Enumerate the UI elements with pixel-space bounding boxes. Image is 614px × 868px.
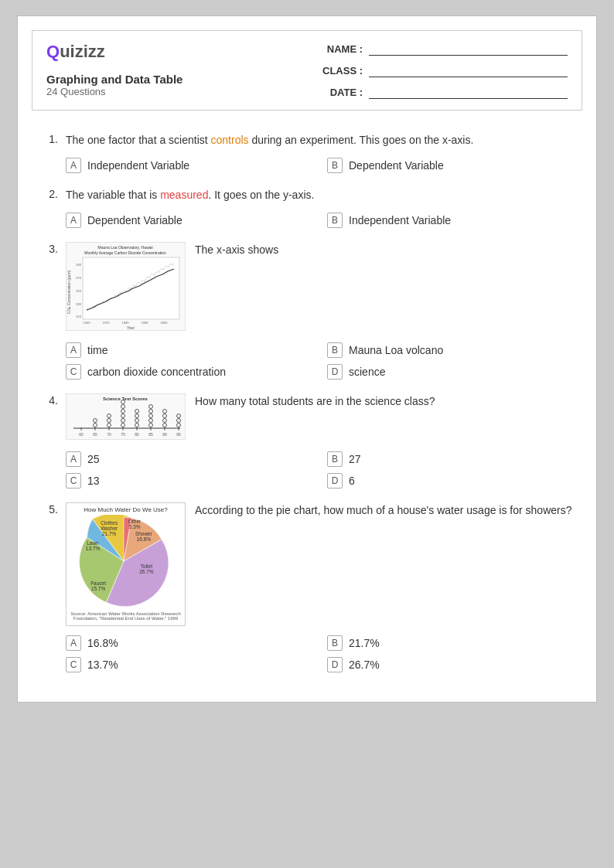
date-line [369,85,568,99]
q5-option-a-box: A [66,635,81,651]
question-2-row: 2. The variable that is measured. It goe… [41,187,573,203]
q3-option-d-label: science [349,366,385,378]
svg-text:60: 60 [79,432,84,437]
q3-option-c-box: C [66,364,81,380]
svg-text:21.7%: 21.7% [102,531,117,536]
q5-option-c[interactable]: C 13.7% [66,657,312,672]
q5-option-b-box: B [327,635,343,651]
svg-text:CO₂ Concentration (ppm): CO₂ Concentration (ppm) [67,270,71,314]
q5-option-c-box: C [66,657,81,672]
questions-section: 1. The one factor that a scientist contr… [18,124,596,702]
svg-text:75: 75 [121,432,125,437]
q1-option-a[interactable]: A Independent Variable [66,158,312,173]
q2-options: A Dependent Variable B Independent Varia… [66,213,573,228]
svg-text:85: 85 [148,432,153,437]
q5-option-a-label: 16.8% [87,637,118,649]
q4-option-d-label: 6 [349,475,355,487]
q2-option-a-box: A [66,213,81,228]
svg-text:15.7%: 15.7% [91,586,106,591]
q4-number: 4. [41,393,58,407]
pie-title: How Much Water Do We Use? [70,506,182,513]
q3-with-image: Mauna Loa Observatory, Hawaii Monthly Av… [66,242,573,333]
svg-text:Clothes: Clothes [101,520,118,526]
q3-option-a[interactable]: A time [66,342,312,358]
question-3-row: 3. Mauna Loa Observatory, Hawaii Monthly… [41,242,573,333]
q2-option-a[interactable]: A Dependent Variable [66,213,312,228]
q4-option-b[interactable]: B 27 [327,451,573,467]
q2-option-b[interactable]: B Independent Variable [327,213,573,228]
svg-text:90: 90 [162,432,167,437]
q4-image: Science Test Scores 60 65 70 75 [66,393,186,442]
svg-text:Lawn: Lawn [87,540,99,546]
question-2: 2. The variable that is measured. It goe… [41,187,573,228]
class-line [369,63,568,77]
svg-text:2000: 2000 [161,321,169,325]
q3-option-c-label: carbon dioxide concentration [87,366,226,378]
q3-option-d[interactable]: D science [327,364,573,380]
q4-option-c-label: 13 [87,475,100,487]
q3-option-a-label: time [87,344,107,356]
q5-option-d[interactable]: D 26.7% [327,657,573,672]
worksheet-title: Graphing and Data Table [46,73,182,86]
q2-option-b-label: Independent Variable [349,214,451,226]
name-label: NAME : [320,43,363,55]
q5-text: According to the pie chart, how much of … [195,502,573,519]
header-left: Quizizz Graphing and Data Table 24 Quest… [46,42,182,97]
svg-text:1960: 1960 [84,321,91,325]
svg-text:Year: Year [127,325,135,330]
q5-option-a[interactable]: A 16.8% [66,635,312,651]
q4-option-a[interactable]: A 25 [66,451,312,467]
svg-text:65: 65 [93,432,97,437]
svg-text:1980: 1980 [122,321,130,325]
q4-option-c[interactable]: C 13 [66,473,312,488]
q2-highlight: measured [160,189,208,201]
q5-option-b[interactable]: B 21.7% [327,635,573,651]
question-5-row: 5. How Much Water Do We Use? [41,502,573,626]
svg-text:Monthly Average Carbon Dioxide: Monthly Average Carbon Dioxide Concentra… [84,250,166,255]
q3-option-b-box: B [327,342,343,358]
svg-text:Faucet: Faucet [90,580,106,586]
q5-number: 5. [41,502,58,516]
q5-option-b-label: 21.7% [349,637,380,649]
q2-text: The variable that is measured. It goes o… [66,187,573,203]
svg-text:16.8%: 16.8% [137,536,152,542]
q1-text: The one factor that a scientist controls… [66,132,573,148]
svg-text:26.7%: 26.7% [139,569,154,574]
question-1-row: 1. The one factor that a scientist contr… [41,132,573,148]
pie-caption: Source: American Water Works Association… [70,611,182,621]
date-field-row: DATE : [320,85,568,99]
svg-text:5.3%: 5.3% [129,524,141,529]
q4-options: A 25 B 27 C 13 D 6 [66,451,573,488]
q4-option-d-box: D [327,473,343,488]
q4-option-d[interactable]: D 6 [327,473,573,488]
svg-text:350: 350 [76,289,81,293]
svg-text:1990: 1990 [142,321,149,325]
q3-image: Mauna Loa Observatory, Hawaii Monthly Av… [66,242,186,333]
q5-option-c-label: 13.7% [87,659,118,671]
q4-option-a-box: A [66,451,81,467]
q3-text: The x-axis shows [195,242,573,258]
q1-option-b[interactable]: B Dependent Variable [327,158,573,173]
q5-with-image: How Much Water Do We Use? [66,502,573,626]
logo-q: Q [46,42,60,61]
q1-highlight: controls [211,134,249,146]
name-field-row: NAME : [320,42,568,56]
q1-option-a-box: A [66,158,81,173]
q3-option-b[interactable]: B Mauna Loa volcano [327,342,573,358]
q4-option-b-label: 27 [349,453,361,465]
q3-number: 3. [41,242,58,255]
q1-option-b-label: Dependent Variable [349,159,444,172]
class-label: CLASS : [320,65,363,77]
q3-options: A time B Mauna Loa volcano C carbon diox… [66,342,573,380]
svg-text:390: 390 [76,263,81,267]
q2-option-a-label: Dependent Variable [87,214,182,226]
svg-text:1970: 1970 [103,321,111,325]
question-4-row: 4. Science Test Scores 60 [41,393,573,442]
dotplot-svg: Science Test Scores 60 65 70 75 [66,393,186,440]
worksheet-sub: 24 Questions [46,86,182,97]
svg-text:Toilet: Toilet [141,563,152,569]
q3-option-c[interactable]: C carbon dioxide concentration [66,364,312,380]
svg-text:Mauna Loa Observatory, Hawaii: Mauna Loa Observatory, Hawaii [97,245,152,250]
svg-text:13.7%: 13.7% [86,546,101,551]
q4-with-image: Science Test Scores 60 65 70 75 [66,393,573,442]
